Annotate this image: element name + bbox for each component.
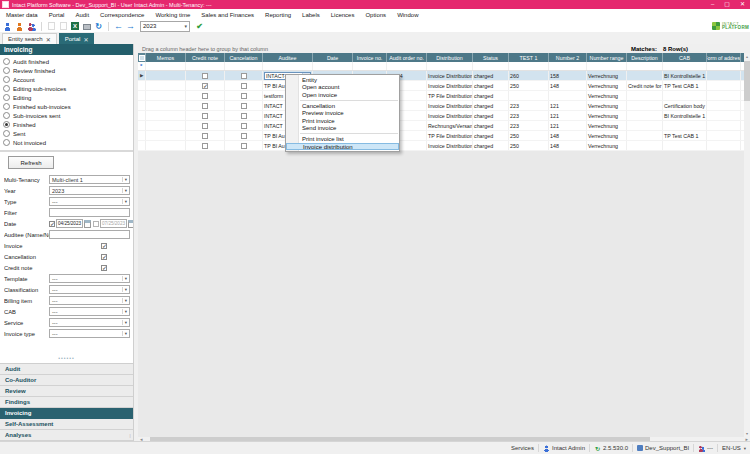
credit_note-checkbox[interactable] [202, 143, 208, 149]
sidebar-item-findings[interactable]: Findings [0, 397, 133, 408]
credit_note-checkbox[interactable] [202, 133, 208, 139]
table-row[interactable]: TP BI AuInvoice Distribution CMcharged25… [138, 141, 750, 151]
close-tab-icon[interactable]: ✕ [83, 36, 88, 43]
column-header-distribution[interactable]: Distribution [427, 53, 473, 62]
invoice-type-select[interactable]: ---▾ [49, 329, 130, 338]
sidebar-item-review[interactable]: Review [0, 386, 133, 397]
template-select[interactable]: ---▾ [49, 274, 130, 283]
credit-note-checkbox[interactable] [101, 265, 107, 271]
scroll-up-icon[interactable]: ▴ [744, 54, 750, 59]
menu-item-invoice-distribution[interactable]: Invoice distribution [286, 143, 399, 151]
service-select[interactable]: ---▾ [49, 318, 130, 327]
print-icon[interactable] [82, 22, 91, 31]
vertical-scrollbar[interactable]: ▴ ▾ [744, 53, 750, 437]
export-excel-icon[interactable]: X [71, 22, 79, 30]
credit_note-checkbox[interactable] [202, 113, 208, 119]
column-header-status[interactable]: Status [473, 53, 509, 62]
column-header-invoice_no[interactable]: Invoice no. [353, 53, 387, 62]
status-option-audit-finished[interactable]: Audit finished [3, 57, 133, 66]
document-icon[interactable] [59, 22, 68, 31]
maximize-button[interactable]: ▢ [724, 0, 730, 9]
calendar-icon[interactable] [128, 220, 134, 228]
refresh-icon[interactable]: ↻ [94, 22, 103, 31]
cancelation-checkbox[interactable] [241, 123, 247, 129]
navigate-forward-icon[interactable]: → [126, 22, 135, 31]
apply-year-icon[interactable]: ✔ [195, 22, 204, 31]
grid-options-icon[interactable] [139, 55, 145, 61]
cancelation-checkbox[interactable] [241, 133, 247, 139]
cancelation-checkbox[interactable] [241, 93, 247, 99]
tab-portal[interactable]: Portal✕ [59, 33, 95, 44]
statusbar-intact-admin[interactable]: Intact Admin [539, 443, 589, 453]
table-row[interactable]: testformTP File DistributionchargedVerre… [138, 91, 750, 101]
column-header-form_of_address[interactable]: Form of address [707, 53, 741, 62]
tab-entity-search[interactable]: Entity search✕ [2, 33, 57, 44]
auditor-blue-icon[interactable] [3, 22, 12, 31]
sidebar-item-analyses[interactable]: Analyses [0, 430, 133, 441]
menu-sales-and-finances[interactable]: Sales and Finances [201, 12, 254, 18]
year-combobox[interactable]: 2023 ▾ [140, 21, 190, 32]
close-tab-icon[interactable]: ✕ [46, 36, 51, 43]
cancelation-checkbox[interactable] [241, 73, 247, 79]
menu-window[interactable]: Window [397, 12, 418, 18]
table-row[interactable]: TP BI AuTP File Distributioncharged25014… [138, 131, 750, 141]
credit_note-checkbox[interactable] [202, 123, 208, 129]
menu-item-entity[interactable]: Entity [286, 76, 399, 84]
year-select[interactable]: 2023▾ [49, 186, 130, 195]
from-date-checkbox[interactable] [49, 221, 55, 227]
column-header-number2[interactable]: Number 2 [549, 53, 587, 62]
refresh-button[interactable]: Refresh [8, 156, 54, 169]
menu-item-print-invoice[interactable]: Print invoice [286, 117, 399, 125]
menu-options[interactable]: Options [365, 12, 386, 18]
column-header-auditee[interactable]: Auditee [263, 53, 313, 62]
status-option-sub-invoices-sent[interactable]: Sub-invoices sent [3, 111, 133, 120]
menu-item-cancellation[interactable]: Cancellation [286, 102, 399, 110]
navigate-back-icon[interactable]: ← [114, 22, 123, 31]
cancellation-checkbox[interactable] [101, 254, 107, 260]
column-header-memo[interactable]: Memos [146, 53, 186, 62]
scroll-down-icon[interactable]: ▾ [744, 431, 750, 436]
status-option-sent[interactable]: Sent [3, 129, 133, 138]
table-row[interactable]: ▶INTACT-S▾04/25/2023BI-00144-202300784In… [138, 71, 750, 81]
auditor-orange-icon[interactable] [15, 22, 24, 31]
menu-master-data[interactable]: Master data [6, 12, 38, 18]
column-header-cab[interactable]: CAB [663, 53, 707, 62]
cab-select[interactable]: ---▾ [49, 307, 130, 316]
menu-licences[interactable]: Licences [331, 12, 355, 18]
credit_note-checkbox[interactable] [202, 83, 208, 89]
menu-reporting[interactable]: Reporting [265, 12, 291, 18]
column-header-cancelation[interactable]: Cancelation [225, 53, 263, 62]
filter-input[interactable] [49, 208, 130, 217]
column-header-indicator[interactable] [138, 53, 146, 62]
to-date-input[interactable]: 07/25/2023 [100, 219, 127, 228]
menu-item-send-invoice[interactable]: Send invoice [286, 125, 399, 133]
cancelation-checkbox[interactable] [241, 143, 247, 149]
menu-audit[interactable]: Audit [75, 12, 89, 18]
statusbar-services[interactable]: Services [507, 443, 538, 453]
sidebar-item-self-assessment[interactable]: Self-Assessment [0, 419, 133, 430]
menu-item-preview-invoice[interactable]: Preview invoice [286, 109, 399, 117]
sidebar-item-audit[interactable]: Audit [0, 364, 133, 375]
menu-portal[interactable]: Portal [49, 12, 65, 18]
column-header-date[interactable]: Date [313, 53, 353, 62]
billing-item-select[interactable]: ---▾ [49, 296, 130, 305]
from-date-input[interactable]: 04/25/2023 [56, 219, 83, 228]
table-row[interactable]: TP BI AuInvoice Distribution CMcharged25… [138, 81, 750, 91]
statusbar-[interactable]: --- [694, 443, 717, 453]
cancelation-checkbox[interactable] [241, 113, 247, 119]
table-row[interactable]: INTACTInvoice Distribution CMcharged2231… [138, 111, 750, 121]
status-option-not-invoiced[interactable]: Not invoiced [3, 138, 133, 147]
credit_note-checkbox[interactable] [202, 93, 208, 99]
classification-select[interactable]: ---▾ [49, 285, 130, 294]
vertical-scroll-thumb[interactable] [744, 61, 750, 101]
copy-icon[interactable] [47, 22, 56, 31]
grid-new-row[interactable]: * [138, 62, 750, 71]
cancelation-checkbox[interactable] [241, 103, 247, 109]
to-date-checkbox[interactable] [93, 221, 99, 227]
status-option-finished-sub-invoices[interactable]: Finished sub-invoices [3, 102, 133, 111]
resize-grip-icon[interactable]: ⁞ [129, 434, 131, 438]
menu-working-time[interactable]: Working time [155, 12, 190, 18]
panel-splitter-handle[interactable]: •••••• [0, 353, 133, 363]
status-option-account[interactable]: Account [3, 75, 133, 84]
status-option-editing[interactable]: Editing [3, 93, 133, 102]
